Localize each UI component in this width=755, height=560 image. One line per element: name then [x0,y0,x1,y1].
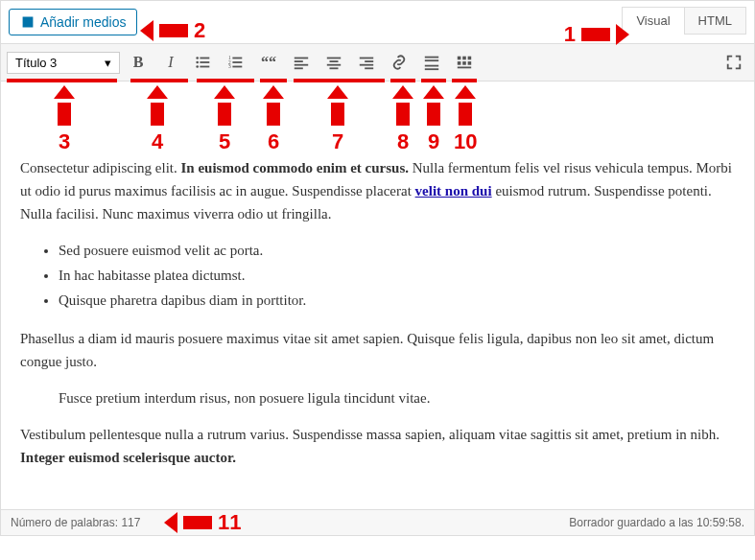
svg-rect-13 [295,60,303,62]
align-left-button[interactable] [287,48,316,77]
link-button[interactable] [385,48,413,77]
list-item: Quisque pharetra dapibus diam in porttit… [59,289,735,312]
svg-rect-19 [330,67,339,69]
align-center-button[interactable] [319,48,348,77]
add-media-button[interactable]: Añadir medios [9,9,137,35]
svg-rect-28 [458,57,461,60]
annotation-10: 10 [454,129,477,154]
svg-rect-32 [462,61,466,65]
editor-content[interactable]: Consectetur adipiscing elit. In euismod … [1,139,754,509]
svg-rect-20 [360,58,373,59]
chevron-down-icon: ▾ [105,56,111,70]
svg-rect-24 [425,57,438,58]
word-count-value: 117 [121,516,140,529]
annotation-6: 6 [268,129,279,154]
draft-saved-label: Borrador guardado a las 10:59:58. [569,516,744,529]
list-item: In hac habitasse platea dictumst. [59,264,735,287]
word-count-label: Número de palabras: [11,516,121,529]
bullet-list-button[interactable] [189,48,218,77]
annotation-3: 3 [59,129,70,154]
blockquote-button[interactable]: ““ [254,48,283,77]
fullscreen-button[interactable] [720,48,748,77]
text: Consectetur adipiscing elit. [20,160,180,175]
tab-visual[interactable]: Visual [622,7,684,35]
italic-button[interactable]: I [156,48,185,77]
svg-rect-22 [360,64,373,66]
svg-rect-11 [232,66,242,68]
align-right-button[interactable] [352,48,381,77]
tab-html[interactable]: HTML [684,7,746,35]
svg-rect-12 [295,58,308,59]
bullet-list: Sed posuere euismod velit ac porta. In h… [20,239,735,312]
svg-rect-7 [232,58,242,59]
format-dropdown-label: Título 3 [15,56,57,70]
format-dropdown[interactable]: Título 3 ▾ [7,52,120,74]
content-link[interactable]: velit non dui [415,183,492,198]
editor-toolbar: Título 3 ▾ B I 123 ““ [1,43,754,82]
media-icon [19,13,36,31]
annotation-1: 1 [564,22,576,47]
svg-rect-18 [327,64,341,66]
svg-point-4 [196,65,199,68]
svg-text:3: 3 [228,63,231,69]
svg-rect-23 [365,67,373,69]
svg-rect-30 [468,57,472,60]
bold-button[interactable]: B [124,48,153,77]
annotation-8: 8 [397,129,409,154]
annotation-2: 2 [194,18,205,43]
editor-tabs: Visual HTML [623,7,746,35]
annotation-5: 5 [219,129,230,154]
text-quote: Fusce pretium interdum risus, non posuer… [20,386,735,409]
toolbar-toggle-button[interactable] [450,48,479,77]
annotation-4: 4 [152,129,163,154]
svg-rect-26 [425,65,438,67]
svg-point-0 [196,57,199,59]
svg-rect-15 [295,67,303,69]
svg-rect-25 [425,59,438,61]
svg-rect-14 [295,64,308,66]
svg-rect-16 [327,58,341,59]
svg-rect-9 [232,61,242,63]
svg-rect-21 [365,60,373,62]
text: Phasellus a diam id mauris posuere maxim… [20,327,735,373]
text-bold: In euismod commodo enim et cursus. [180,160,409,175]
svg-point-2 [196,61,199,64]
text: Vestibulum pellentesque nulla a rutrum v… [20,427,720,442]
svg-rect-33 [468,61,472,65]
more-button[interactable] [417,48,446,77]
svg-rect-31 [458,61,461,65]
annotation-11: 11 [218,510,241,535]
svg-rect-17 [330,60,339,62]
svg-rect-27 [425,68,438,70]
svg-rect-29 [462,57,466,60]
annotation-9: 9 [428,129,439,154]
svg-rect-34 [458,67,471,69]
add-media-label: Añadir medios [40,14,127,30]
status-bar: Número de palabras: 117 Borrador guardad… [1,509,754,535]
text-bold: Integer euismod scelerisque auctor. [20,450,236,465]
list-item: Sed posuere euismod velit ac porta. [59,239,735,262]
numbered-list-button[interactable]: 123 [222,48,250,77]
svg-rect-3 [200,61,209,63]
annotation-7: 7 [332,129,343,154]
svg-rect-5 [200,66,209,68]
svg-rect-1 [200,58,209,59]
